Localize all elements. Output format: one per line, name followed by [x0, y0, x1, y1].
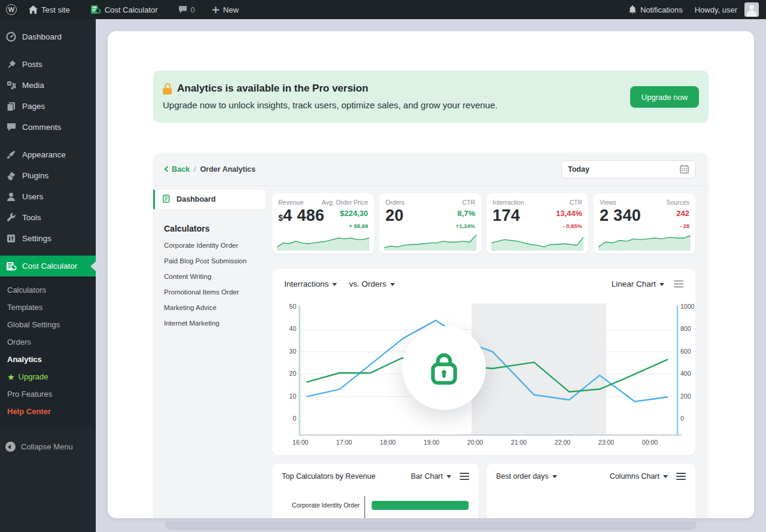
- chart-type-select[interactable]: Linear Chart: [612, 279, 664, 288]
- stat-card-interraction: InterractionCTR 174 13,44%- 0,65%: [487, 193, 588, 254]
- best-order-days-select[interactable]: Best order days: [496, 472, 557, 481]
- chevron-down-icon: [390, 283, 395, 286]
- wordpress-logo-icon: W: [6, 4, 17, 15]
- calculator-icon: [90, 5, 101, 14]
- comments-shortcut[interactable]: 0: [172, 0, 201, 19]
- page-card: Analytics is available in the Pro versio…: [108, 31, 754, 518]
- stat-label: Revenue: [278, 199, 303, 206]
- submenu-item-templates[interactable]: Templates: [0, 299, 96, 316]
- new-content-button[interactable]: New: [206, 0, 245, 19]
- stat-sub-label: Avg. Order Price: [322, 199, 368, 206]
- x-axis-label: 23:00: [594, 439, 618, 446]
- sidebar-item-label: Media: [22, 81, 44, 90]
- collapse-menu-button[interactable]: Collapse Menu: [0, 437, 96, 457]
- tab-dashboard[interactable]: Dashboard: [153, 190, 265, 209]
- sidebar-item-label: Users: [22, 192, 43, 201]
- admin-content: Analytics is available in the Pro versio…: [96, 19, 766, 532]
- sidebar-item-users[interactable]: Users: [0, 186, 96, 207]
- banner-title: Analytics is available in the Pro versio…: [177, 83, 368, 95]
- submenu-item-pro-features[interactable]: Pro Features: [0, 385, 96, 403]
- calculator-list-item[interactable]: Content Writing: [164, 273, 265, 280]
- columns-chart-baseline: [496, 518, 686, 518]
- sidebar-item-posts[interactable]: Posts: [0, 54, 96, 75]
- calculator-list-item[interactable]: Marketing Advice: [164, 304, 265, 311]
- sidebar-item-tools[interactable]: Tools: [0, 207, 96, 228]
- sidebar-item-label: Tools: [22, 213, 41, 222]
- calculator-list-item[interactable]: Paid Blog Post Submission: [164, 257, 265, 265]
- calculator-list-item[interactable]: Promotional Items Order: [164, 288, 265, 296]
- x-axis-label: 17:00: [332, 439, 356, 446]
- y-axis-label: 1000: [680, 303, 701, 310]
- sidebar-item-appearance[interactable]: Appearance: [0, 144, 96, 165]
- y-axis-label: 200: [680, 393, 701, 400]
- submenu-item-upgrade[interactable]: ★Upgrade: [0, 368, 96, 385]
- stat-delta: + $8,69: [349, 223, 368, 229]
- sidebar-item-plugins[interactable]: Plugins: [0, 165, 96, 186]
- chevron-down-icon: [446, 475, 451, 478]
- sidebar-item-comments[interactable]: Comments: [0, 117, 96, 138]
- stat-delta: - 0,65%: [563, 223, 582, 229]
- sidebar-item-dashboard[interactable]: Dashboard: [0, 26, 96, 47]
- date-range-select[interactable]: Today: [561, 160, 695, 178]
- chart-menu-icon[interactable]: [676, 473, 686, 480]
- chart-menu-icon[interactable]: [674, 281, 683, 288]
- upgrade-now-button[interactable]: Upgrade now: [630, 86, 699, 108]
- stat-sub-label: Sources: [666, 199, 689, 206]
- calculator-list-item[interactable]: Corporate Identity Order: [164, 242, 265, 249]
- cost-calculator-shortcut[interactable]: Cost Calculator: [84, 0, 164, 19]
- comments-icon: [5, 121, 17, 133]
- page-title: Order Analytics: [200, 165, 256, 174]
- submenu-item-global-settings[interactable]: Global Settings: [0, 316, 96, 333]
- submenu-item-help-center[interactable]: Help Center: [0, 403, 96, 420]
- sidebar-item-cost-calculator[interactable]: Cost Calculator: [0, 256, 96, 276]
- stat-label: Orders: [385, 199, 405, 206]
- sidebar-item-label: Settings: [22, 234, 51, 243]
- wordpress-menu[interactable]: W: [0, 0, 23, 19]
- series-2-select[interactable]: vs. Orders: [349, 279, 394, 288]
- submenu-item-analytics[interactable]: Analytics: [0, 351, 96, 368]
- media-icon: [5, 80, 17, 91]
- site-name-link[interactable]: Test site: [23, 0, 76, 19]
- sidebar-item-label: Comments: [22, 123, 61, 132]
- submenu-item-calculators[interactable]: Calculators: [0, 281, 96, 299]
- stat-sub-value: 13,44%: [556, 209, 582, 218]
- sparkline: [491, 233, 583, 251]
- sparkline: [384, 233, 476, 251]
- howdy-label: Howdy, user: [695, 5, 737, 14]
- account-menu[interactable]: Howdy, user: [689, 0, 766, 19]
- sidebar-item-media[interactable]: Media: [0, 75, 96, 96]
- new-label: New: [223, 5, 239, 14]
- submenu-item-orders[interactable]: Orders: [0, 333, 96, 351]
- breadcrumb: Back / Order Analytics: [165, 165, 256, 174]
- collapse-arrow-icon: [5, 442, 16, 452]
- sidebar-item-label: Cost Calculator: [22, 262, 77, 270]
- bar-category-label: Corporate Identity Order: [282, 501, 364, 509]
- back-link[interactable]: Back: [165, 165, 190, 174]
- tab-dashboard-label: Dashboard: [177, 195, 215, 203]
- y-axis-label: 600: [680, 348, 701, 355]
- sidebar-item-label: Pages: [22, 102, 45, 111]
- pages-icon: [5, 101, 17, 112]
- sidebar-item-label: Appearance: [22, 150, 66, 159]
- notifications-button[interactable]: Notifications: [622, 0, 689, 19]
- chevron-down-icon: [332, 283, 337, 286]
- columns-chart-type-select[interactable]: Columns Chart: [610, 472, 668, 481]
- shaded-region: [472, 303, 606, 435]
- columns-chart-card: Best order days Columns Chart: [487, 464, 695, 518]
- calculator-list-item[interactable]: Internet Marketing: [164, 320, 265, 327]
- sidebar-item-settings[interactable]: Settings: [0, 228, 96, 249]
- calculator-icon: [163, 194, 172, 205]
- chart-menu-icon[interactable]: [460, 473, 469, 480]
- plugin-icon: [5, 170, 17, 181]
- series-1-select[interactable]: Interractions: [284, 279, 337, 288]
- x-axis-label: 20:00: [463, 439, 487, 446]
- stat-sub-value: 8,7%: [457, 209, 475, 218]
- y-axis-label: 50: [285, 303, 296, 310]
- banner-subtitle: Upgrade now to unlock insights, track us…: [163, 100, 699, 110]
- stats-row: RevenueAvg. Order Price $4 486 $224,30+ …: [272, 193, 695, 254]
- admin-sidebar: Dashboard Posts Media Pages Comments App…: [0, 19, 96, 532]
- pro-upgrade-banner: Analytics is available in the Pro versio…: [153, 71, 709, 123]
- bar-chart-type-select[interactable]: Bar Chart: [411, 472, 452, 481]
- line-chart-card: Interractions vs. Orders Linear Chart: [272, 269, 695, 455]
- sidebar-item-pages[interactable]: Pages: [0, 96, 96, 117]
